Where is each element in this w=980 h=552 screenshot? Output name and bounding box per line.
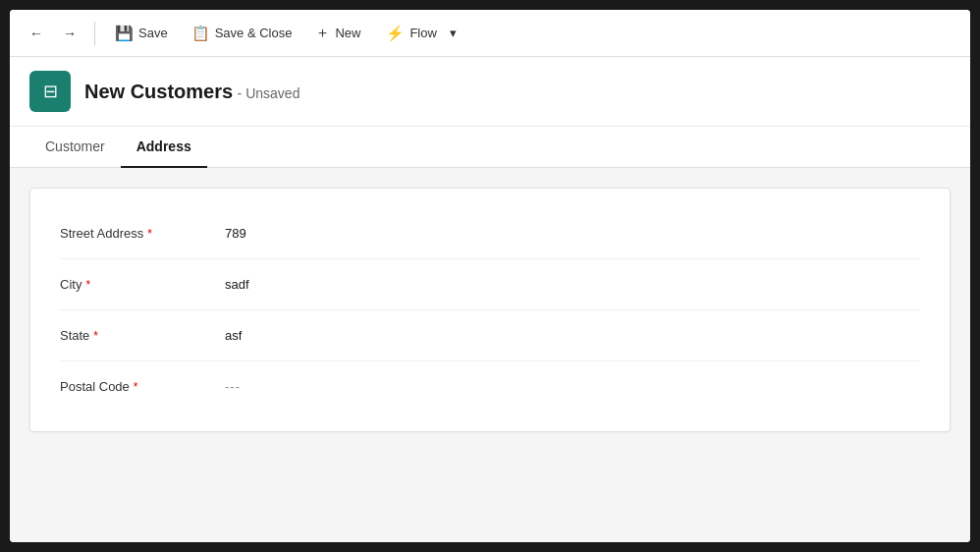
toolbar-divider [94, 22, 95, 45]
new-label: New [335, 26, 360, 40]
required-star-state: * [93, 329, 98, 343]
save-label: Save [138, 26, 168, 40]
value-street-address[interactable]: 789 [217, 222, 413, 245]
save-button[interactable]: 💾 Save [105, 20, 178, 47]
field-city: City* sadf [60, 259, 920, 310]
field-state: State* asf [60, 310, 920, 361]
tab-bar: Customer Address [10, 127, 970, 168]
record-icon: ⊟ [29, 71, 71, 112]
record-title: New Customers [84, 81, 233, 102]
main-content: Street Address* 789 City* sadf State* as… [10, 168, 970, 542]
save-icon: 💾 [115, 25, 134, 42]
required-star-postal: * [134, 380, 138, 394]
page-header: ⊟ New Customers - Unsaved [10, 57, 970, 127]
required-star-city: * [85, 278, 90, 292]
flow-chevron-button[interactable]: ▾ [446, 21, 461, 45]
record-title-area: New Customers - Unsaved [84, 81, 299, 103]
label-city: City* [60, 277, 217, 292]
chevron-down-icon: ▾ [450, 26, 457, 40]
record-icon-symbol: ⊟ [43, 81, 58, 102]
save-close-button[interactable]: 📋 Save & Close [182, 20, 302, 47]
required-star-street: * [147, 227, 152, 241]
field-street-address: Street Address* 789 [60, 208, 920, 259]
flow-icon: ⚡ [386, 25, 405, 42]
app-window: ← → 💾 Save 📋 Save & Close ＋ New ⚡ Flow ▾ [10, 10, 970, 542]
flow-button[interactable]: ⚡ Flow [382, 20, 440, 47]
forward-button[interactable]: → [55, 19, 84, 48]
toolbar: ← → 💾 Save 📋 Save & Close ＋ New ⚡ Flow ▾ [10, 10, 970, 57]
back-icon: ← [29, 26, 43, 41]
value-state[interactable]: asf [217, 324, 413, 347]
field-postal-code: Postal Code* --- [60, 361, 920, 412]
save-close-label: Save & Close [215, 26, 293, 40]
save-close-icon: 📋 [191, 25, 210, 42]
label-state: State* [60, 328, 217, 343]
form-card: Street Address* 789 City* sadf State* as… [29, 188, 951, 432]
record-status: - Unsaved [238, 85, 300, 101]
label-postal-code: Postal Code* [60, 379, 217, 394]
tab-customer[interactable]: Customer [29, 127, 121, 168]
label-street-address: Street Address* [60, 226, 217, 241]
value-city[interactable]: sadf [217, 273, 413, 296]
new-icon: ＋ [315, 24, 330, 42]
flow-label: Flow [409, 26, 436, 40]
flow-button-group: ⚡ Flow ▾ [374, 15, 467, 52]
back-button[interactable]: ← [22, 19, 51, 48]
forward-icon: → [63, 26, 77, 41]
new-button[interactable]: ＋ New [305, 19, 370, 47]
value-postal-code[interactable]: --- [217, 375, 413, 398]
tab-address[interactable]: Address [121, 127, 207, 168]
